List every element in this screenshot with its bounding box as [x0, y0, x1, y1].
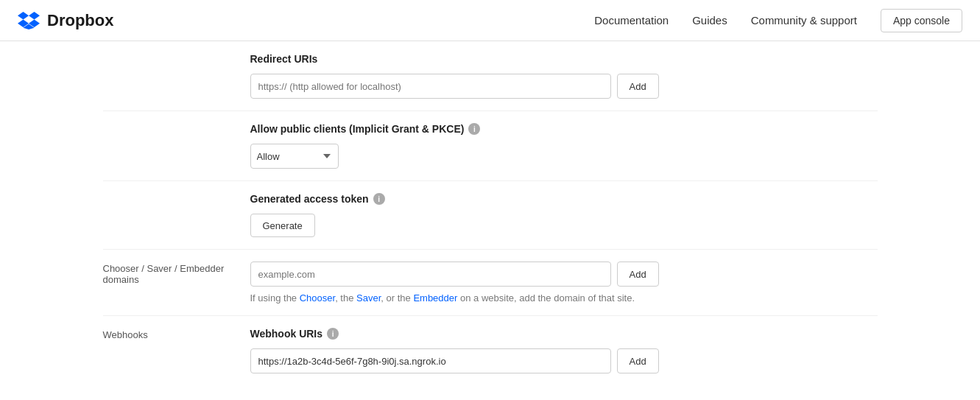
- chooser-saver-domain-input2[interactable]: [250, 262, 611, 287]
- logo-text: Dropbox: [47, 11, 113, 30]
- nav-documentation[interactable]: Documentation: [594, 14, 669, 27]
- chooser-saver-content: Add If using the Chooser, the Saver, or …: [250, 262, 878, 303]
- chooser-saver-row: Chooser / Saver / Embedder domains Add I…: [103, 250, 878, 316]
- webhook-uris-info-icon2[interactable]: i: [327, 328, 339, 340]
- webhook-uris-field-row2: Add: [250, 348, 878, 373]
- allow-public-clients-sidebar-label: [103, 123, 250, 124]
- generated-access-token-info-icon2[interactable]: i: [373, 193, 385, 205]
- generated-access-token-row: Generated access token i Generate: [103, 181, 878, 250]
- logo: Dropbox: [18, 10, 113, 32]
- header: Dropbox Documentation Guides Community &…: [0, 0, 980, 41]
- generated-access-token-heading2: Generated access token i: [250, 193, 878, 205]
- chooser-link2[interactable]: Chooser: [300, 292, 335, 303]
- saver-link2[interactable]: Saver: [356, 292, 381, 303]
- webhooks-sidebar-label: Webhooks: [103, 328, 250, 340]
- generated-access-token-sidebar-label: [103, 193, 250, 194]
- chooser-saver-field-row2: Add: [250, 262, 878, 287]
- webhook-uri-input2[interactable]: [250, 348, 611, 373]
- app-console-button[interactable]: App console: [881, 9, 962, 32]
- redirect-uri-add-button2[interactable]: Add: [617, 74, 659, 99]
- webhooks-content: Webhook URIs i Add: [250, 328, 878, 379]
- dropbox-icon: [18, 10, 40, 32]
- webhook-add-button2[interactable]: Add: [617, 348, 659, 373]
- embedder-link2[interactable]: Embedder: [413, 292, 457, 303]
- page-layout: Redirect URIs Add Allow public clients (…: [85, 41, 895, 391]
- generate-button2[interactable]: Generate: [250, 214, 315, 237]
- redirect-uris-row: Redirect URIs Add: [103, 41, 878, 111]
- redirect-uris-heading2: Redirect URIs: [250, 53, 659, 65]
- webhooks-row: Webhooks Webhook URIs i Add: [103, 316, 878, 391]
- allow-public-clients-heading2: Allow public clients (Implicit Grant & P…: [250, 123, 878, 135]
- allow-public-clients-content: Allow public clients (Implicit Grant & P…: [250, 123, 878, 169]
- allow-public-clients-row: Allow public clients (Implicit Grant & P…: [103, 111, 878, 181]
- redirect-uris-field-row2: Add: [250, 74, 659, 99]
- redirect-uris-content: Redirect URIs Add: [250, 53, 659, 105]
- allow-public-clients-info-icon2[interactable]: i: [468, 123, 480, 135]
- allow-public-clients-dropdown2[interactable]: Allow Disallow: [250, 144, 339, 169]
- webhook-uris-heading2: Webhook URIs i: [250, 328, 878, 340]
- chooser-saver-helper-text2: If using the Chooser, the Saver, or the …: [250, 292, 878, 303]
- nav-community-support[interactable]: Community & support: [751, 14, 857, 27]
- chooser-saver-sidebar-label: Chooser / Saver / Embedder domains: [103, 262, 250, 285]
- header-nav: Documentation Guides Community & support…: [594, 9, 962, 32]
- generated-access-token-content: Generated access token i Generate: [250, 193, 878, 237]
- nav-guides[interactable]: Guides: [692, 14, 727, 27]
- redirect-uri-input2[interactable]: [250, 74, 611, 99]
- chooser-saver-add-button2[interactable]: Add: [617, 262, 659, 287]
